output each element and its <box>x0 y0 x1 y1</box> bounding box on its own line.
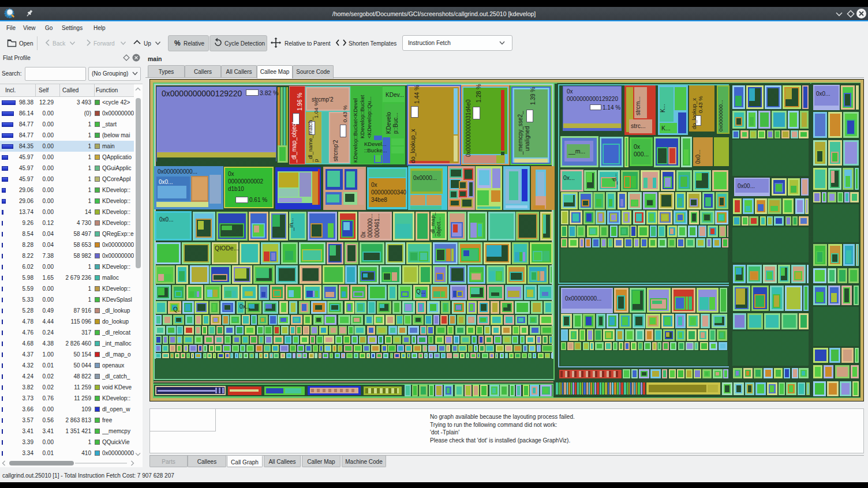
svg-text:1.04 %: 1.04 % <box>313 101 319 118</box>
svg-text:unaligned: unaligned <box>524 126 530 151</box>
svg-text:0x0...: 0x0... <box>695 150 701 164</box>
svg-text:Q...: Q... <box>173 306 182 313</box>
svg-text:do_lookup_x: do_lookup_x <box>691 98 697 129</box>
svg-text:0x: 0x <box>567 88 573 95</box>
svg-text:QIODe...: QIODe... <box>215 245 238 251</box>
svg-text:0x0...: 0x0... <box>159 216 173 223</box>
svg-text:00000000340: 00000000340 <box>371 189 407 196</box>
svg-text:0x...: 0x... <box>240 303 250 310</box>
svg-text:0.43 %: 0.43 % <box>342 105 348 122</box>
svg-text:0x0000...: 0x0000... <box>413 175 437 181</box>
svg-text:3.82 %: 3.82 % <box>260 89 279 96</box>
svg-text:__m...: __m... <box>568 148 585 155</box>
svg-text:0x0...: 0x0... <box>159 179 173 185</box>
svg-text:000...: 000... <box>634 151 649 157</box>
svg-text:000461...: 000461... <box>374 213 380 238</box>
svg-text:strc...: strc... <box>631 122 646 129</box>
svg-text:0x: 0x <box>634 143 641 150</box>
svg-text:000000...: 000000... <box>367 213 373 238</box>
svg-text:KDevelo: KDevelo <box>386 112 392 134</box>
svg-text:_dl_map_object: _dl_map_object <box>291 122 297 163</box>
svg-text:1.39 %: 1.39 % <box>530 87 536 105</box>
svg-text:KDevel...: KDevel... <box>364 141 387 147</box>
svg-text:<KDevelop::Qu...: <KDevelop::Qu... <box>366 96 372 138</box>
svg-text:Q...: Q... <box>416 288 425 295</box>
svg-text:0.43 %: 0.43 % <box>697 96 704 113</box>
svg-text:KDev...: KDev... <box>386 92 404 98</box>
svg-text:KDevelop::Bucket<KDevel: KDevelop::Bucket<KDevel <box>352 98 358 163</box>
svg-text:1.44 %: 1.44 % <box>413 85 420 104</box>
svg-text:d1b10: d1b10 <box>228 186 244 192</box>
svg-text:1.14 %: 1.14 % <box>603 104 620 111</box>
svg-text:1.96 %: 1.96 % <box>297 93 303 111</box>
svg-text:_dl_name_match_: _dl_name_match_ <box>307 117 313 163</box>
svg-text:0x00...: 0x00... <box>738 183 755 189</box>
svg-text:0x000000000031d4e0: 0x000000000031d4e0 <box>465 99 472 157</box>
svg-text:object...: object... <box>435 217 442 237</box>
svg-text:do_lookup_x: do_lookup_x <box>409 129 416 163</box>
svg-text:0x: 0x <box>371 182 377 188</box>
svg-text:0x0000000...: 0x0000000... <box>717 100 724 132</box>
svg-text:_d...: _d... <box>611 174 618 185</box>
svg-text:0x: 0x <box>228 171 234 177</box>
svg-text:_in...: _in... <box>288 218 294 231</box>
svg-text:0x0...: 0x0... <box>816 91 830 97</box>
svg-text:0x0000000000129220: 0x0000000000129220 <box>162 89 242 98</box>
svg-text:::Bucke...: ::Bucke... <box>364 147 387 153</box>
svg-text:00000000002: 00000000002 <box>228 178 264 185</box>
svg-text:0x...: 0x... <box>563 174 575 181</box>
svg-text:KDevelop::Bucket: KDevelop::Bucket <box>359 95 365 138</box>
svg-text:_memcpy_sse2_: _memcpy_sse2_ <box>517 111 523 155</box>
svg-text:p: p <box>313 159 319 162</box>
svg-text:K...: K... <box>660 104 666 112</box>
svg-text:strcm...: strcm... <box>635 96 641 115</box>
svg-text:0.61 %: 0.61 % <box>249 197 267 203</box>
svg-text:0000000000129220: 0000000000129220 <box>567 96 618 102</box>
svg-text:strcmp'2: strcmp'2 <box>332 140 339 162</box>
svg-text:34be8: 34be8 <box>371 197 387 203</box>
svg-text:0x000000000...: 0x000000000... <box>158 168 197 175</box>
svg-text:0x: 0x <box>360 231 366 238</box>
svg-text:1.28 %: 1.28 % <box>475 84 482 103</box>
svg-text:K...: K... <box>661 125 671 132</box>
svg-text:p::Buc...: p::Buc... <box>392 112 399 134</box>
svg-text:0x00000000...: 0x00000000... <box>565 295 601 302</box>
